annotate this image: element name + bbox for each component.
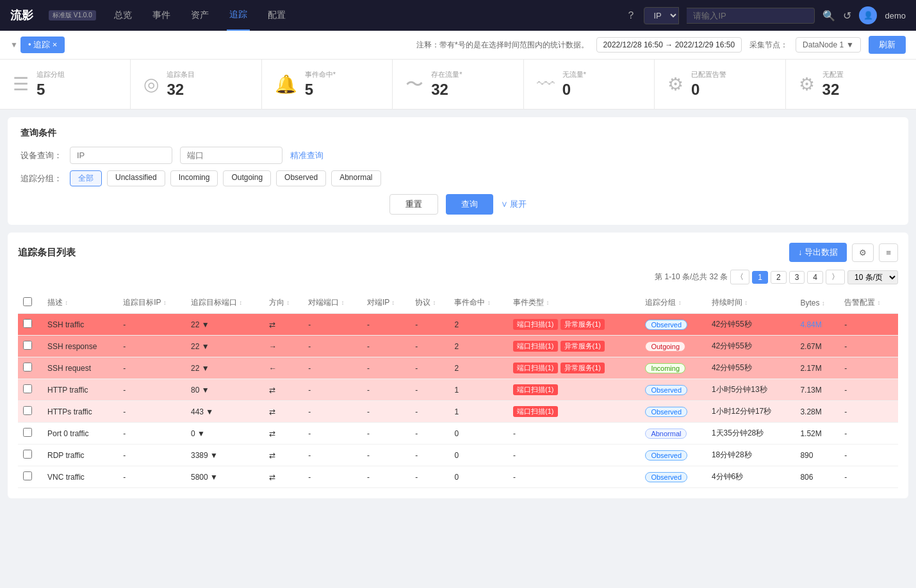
- cell-group-2: Incoming: [640, 357, 706, 379]
- cell-hit-4: 1: [449, 401, 508, 423]
- search-button[interactable]: 查询: [446, 194, 493, 215]
- sort-arrow: ▼: [206, 407, 213, 416]
- row-checkbox-5[interactable]: [23, 428, 32, 437]
- col-duration[interactable]: 持续时间 ↕: [707, 292, 796, 314]
- cell-direction-7: ⇄: [264, 466, 303, 488]
- col-desc[interactable]: 描述 ↕: [42, 292, 118, 314]
- cell-group-3: Observed: [640, 379, 706, 401]
- row-checkbox-4[interactable]: [23, 406, 32, 415]
- row-checkbox-0[interactable]: [23, 319, 32, 328]
- event-badge: 异常服务(1): [560, 319, 605, 330]
- search-icon[interactable]: 🔍: [822, 10, 835, 22]
- col-peer-ip[interactable]: 对端IP ↕: [362, 292, 410, 314]
- filter-unclassified[interactable]: Unclassified: [107, 170, 165, 186]
- table-row: SSH traffic - 22 ▼ ⇄ - - - 2 端口扫描(1)异常服务…: [18, 314, 898, 336]
- search-type-select[interactable]: IP: [644, 7, 679, 24]
- col-group[interactable]: 追踪分组 ↕: [640, 292, 706, 314]
- col-alert[interactable]: 告警配置 ↕: [839, 292, 898, 314]
- stat-label-items: 追踪条目: [167, 70, 195, 79]
- cell-target-ip-6: -: [118, 445, 186, 466]
- row-checkbox-2[interactable]: [23, 363, 32, 372]
- page-3-btn[interactable]: 3: [789, 271, 805, 284]
- filter-observed[interactable]: Observed: [276, 170, 326, 186]
- date-range-picker[interactable]: 2022/12/28 16:50 → 2022/12/29 16:50: [596, 37, 742, 53]
- cell-target-port-6: 3389 ▼: [186, 445, 264, 466]
- help-icon[interactable]: ？: [626, 9, 636, 22]
- cell-peer-port-5: -: [303, 423, 362, 445]
- cell-bytes-6: 890: [795, 445, 839, 466]
- cell-protocol-1: -: [410, 336, 449, 357]
- nav-config[interactable]: 配置: [265, 1, 288, 30]
- node-select[interactable]: DataNode 1 ▼: [796, 37, 861, 53]
- cell-desc-3: HTTP traffic: [42, 379, 118, 401]
- filter-incoming[interactable]: Incoming: [170, 170, 218, 186]
- col-target-ip[interactable]: 追踪目标IP ↕: [118, 292, 186, 314]
- page-size-select[interactable]: 10 条/页 20 条/页 50 条/页: [847, 270, 898, 284]
- reset-button[interactable]: 重置: [389, 194, 438, 215]
- next-page-btn[interactable]: 〉: [826, 270, 845, 284]
- table-row: SSH response - 22 ▼ → - - - 2 端口扫描(1)异常服…: [18, 336, 898, 357]
- export-button[interactable]: ↓ 导出数据: [789, 243, 847, 262]
- col-peer-port[interactable]: 对端端口 ↕: [303, 292, 362, 314]
- port-input[interactable]: [180, 147, 282, 164]
- cell-direction-2: ←: [264, 357, 303, 379]
- cell-alert-5: -: [839, 423, 898, 445]
- expand-button[interactable]: ∨ 展开: [501, 194, 527, 215]
- column-settings-btn[interactable]: ⚙: [852, 243, 874, 262]
- ip-input[interactable]: [70, 147, 172, 164]
- filter-all[interactable]: 全部: [70, 170, 102, 186]
- stat-items: ◎ 追踪条目 32: [131, 60, 261, 109]
- filter-abnormal[interactable]: Abnormal: [331, 170, 380, 186]
- group-tag: Incoming: [645, 363, 685, 373]
- row-checkbox-3[interactable]: [23, 384, 32, 393]
- cell-hit-1: 2: [449, 336, 508, 357]
- query-title: 查询条件: [20, 127, 896, 139]
- refresh-button[interactable]: 刷新: [869, 36, 906, 54]
- filter-outgoing[interactable]: Outgoing: [223, 170, 271, 186]
- cell-target-ip-3: -: [118, 379, 186, 401]
- stat-value-items: 32: [167, 81, 195, 99]
- group-tag: Observed: [645, 472, 687, 482]
- event-badge: 端口扫描(1): [513, 384, 557, 395]
- breadcrumb-arrow[interactable]: ▼: [10, 40, 18, 49]
- refresh-history-icon[interactable]: ↺: [843, 10, 851, 22]
- cell-desc-7: VNC traffic: [42, 466, 118, 488]
- page-4-btn[interactable]: 4: [807, 271, 823, 284]
- noconfig-icon: ⚙: [799, 74, 815, 95]
- cell-direction-1: →: [264, 336, 303, 357]
- stat-traffic: 〜 存在流量* 32: [393, 60, 523, 109]
- sort-arrow: ▼: [210, 473, 218, 482]
- row-checkbox-1[interactable]: [23, 341, 32, 350]
- select-all-checkbox[interactable]: [23, 297, 32, 306]
- active-tag-btn[interactable]: • 追踪 ×: [20, 37, 65, 53]
- cell-hit-0: 2: [449, 314, 508, 336]
- nav-overview[interactable]: 总览: [111, 1, 135, 30]
- col-event-type[interactable]: 事件类型 ↕: [508, 292, 640, 314]
- cell-target-port-2: 22 ▼: [186, 357, 264, 379]
- page-2-btn[interactable]: 2: [771, 271, 787, 284]
- cell-bytes-0: 4.84M: [795, 314, 839, 336]
- avatar[interactable]: 👤: [859, 6, 877, 24]
- col-target-port[interactable]: 追踪目标端口 ↕: [186, 292, 264, 314]
- search-input[interactable]: [687, 8, 815, 24]
- table-actions: ↓ 导出数据 ⚙ ≡: [789, 243, 898, 262]
- row-checkbox-7[interactable]: [23, 471, 32, 480]
- node-label: 采集节点：: [749, 40, 788, 51]
- nav-tracking[interactable]: 追踪: [227, 0, 250, 31]
- col-direction[interactable]: 方向 ↕: [264, 292, 303, 314]
- column-filter-btn[interactable]: ≡: [879, 243, 898, 262]
- col-protocol[interactable]: 协议 ↕: [410, 292, 449, 314]
- col-bytes[interactable]: Bytes ↕: [795, 292, 839, 314]
- cell-desc-4: HTTPs traffic: [42, 401, 118, 423]
- stat-notraffic: 〰 无流量* 0: [524, 60, 655, 109]
- nav-assets[interactable]: 资产: [188, 1, 211, 30]
- prev-page-btn[interactable]: 〈: [730, 270, 749, 284]
- cell-hit-2: 2: [449, 357, 508, 379]
- cell-peer-port-3: -: [303, 379, 362, 401]
- page-1-btn[interactable]: 1: [752, 271, 768, 284]
- row-checkbox-6[interactable]: [23, 450, 32, 459]
- col-hit[interactable]: 事件命中 ↕: [449, 292, 508, 314]
- precise-query-btn[interactable]: 精准查询: [290, 150, 323, 161]
- table-head-row: 描述 ↕ 追踪目标IP ↕ 追踪目标端口 ↕ 方向 ↕ 对端端口 ↕ 对端IP …: [18, 292, 898, 314]
- nav-events[interactable]: 事件: [150, 1, 173, 30]
